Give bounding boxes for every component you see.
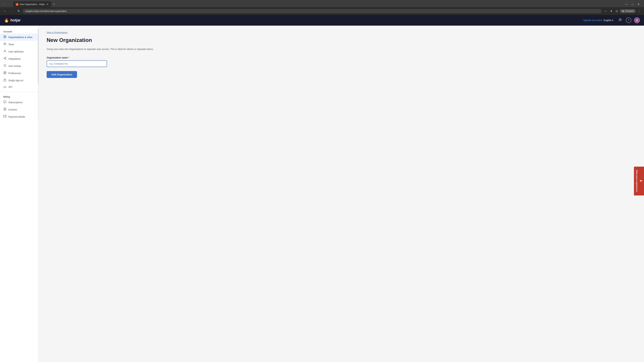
svg-line-12	[4, 58, 5, 59]
svg-rect-18	[4, 101, 6, 103]
user-lookup-icon	[3, 64, 6, 68]
incognito-indicator: 🕵 Incognito	[620, 9, 636, 13]
required-indicator: *	[68, 56, 69, 59]
payment-icon	[3, 115, 6, 119]
split-view-button[interactable]: ⊡	[614, 9, 619, 13]
sidebar-item-subscriptions[interactable]: Subscriptions	[0, 99, 38, 106]
tab-title: New Organization - Hotjar	[20, 3, 45, 5]
help-button[interactable]: ?	[626, 17, 631, 23]
svg-point-8	[4, 50, 5, 51]
svg-rect-3	[4, 35, 4, 36]
rate-icon: ✏	[640, 179, 642, 183]
svg-rect-4	[5, 35, 6, 36]
upgrade-link[interactable]: Upgrade your plans	[583, 19, 602, 21]
close-window-button[interactable]: ✕	[636, 2, 641, 6]
sidebar-item-api[interactable]: </> API	[0, 84, 38, 90]
rate-experience-panel[interactable]: ✏ Rate your experience	[634, 167, 644, 195]
sidebar-item-label: Single sign-on	[8, 79, 23, 82]
sidebar-item-label: Subscriptions	[8, 101, 22, 104]
page-description: Group your sites into Organizations to s…	[46, 47, 636, 51]
address-bar-input[interactable]	[23, 9, 602, 13]
back-nav-button[interactable]: ←	[2, 9, 8, 13]
svg-point-9	[5, 57, 6, 58]
sidebar-item-label: Integrations	[8, 57, 21, 60]
logo-text: hotjar	[10, 18, 21, 22]
maximize-button[interactable]: □	[630, 2, 635, 6]
sidebar-item-user-attributes[interactable]: User attributes	[0, 48, 38, 55]
new-tab-button[interactable]: +	[52, 2, 56, 7]
svg-point-14	[4, 64, 6, 66]
incognito-icon: 🕵	[622, 10, 624, 12]
avatar[interactable]: U	[634, 17, 640, 23]
sidebar-item-label: API	[8, 86, 12, 88]
logo-icon: 🔥	[4, 18, 9, 23]
svg-point-16	[4, 72, 5, 73]
sidebar-item-label: Invoices	[8, 108, 17, 111]
sidebar-item-preferences[interactable]: Preferences	[0, 69, 38, 77]
invoices-icon	[3, 108, 6, 111]
user-attributes-icon	[3, 50, 6, 53]
svg-line-13	[4, 58, 5, 58]
svg-rect-17	[4, 80, 6, 81]
active-tab[interactable]: New Organization - Hotjar ✕	[13, 1, 51, 7]
page-content: Sites & Organizations New Organization G…	[38, 26, 644, 362]
chevron-down-icon: ▾	[612, 19, 613, 22]
new-organization-form: Organization name * Add Organization	[46, 56, 107, 78]
sidebar-item-label: Team	[8, 43, 14, 46]
sso-icon	[3, 78, 6, 82]
organizations-icon	[3, 35, 6, 39]
close-tab-button[interactable]: ✕	[46, 3, 48, 6]
api-icon: </>	[3, 86, 6, 88]
sidebar-item-label: Preferences	[8, 72, 21, 75]
invite-users-button[interactable]	[618, 17, 623, 23]
tab-favicon	[16, 3, 18, 6]
top-navbar: 🔥 hotjar Upgrade your plans English ▾ ? …	[0, 15, 644, 26]
svg-point-7	[4, 43, 5, 44]
team-icon	[3, 42, 6, 46]
integrations-icon	[3, 57, 6, 61]
svg-rect-6	[5, 37, 6, 38]
sidebar-item-integrations[interactable]: Integrations	[0, 55, 38, 62]
organization-name-input[interactable]	[46, 60, 107, 67]
sidebar-item-team[interactable]: Team	[0, 41, 38, 48]
preferences-icon	[3, 71, 6, 75]
forward-button[interactable]: →	[7, 2, 12, 6]
refresh-button[interactable]: ↻	[16, 8, 21, 13]
add-organization-button[interactable]: Add Organization	[46, 71, 77, 78]
account-section-label: Account	[0, 29, 38, 33]
minimize-button[interactable]: —	[623, 2, 630, 6]
page-title: New Organization	[46, 37, 636, 43]
logo: 🔥 hotjar	[4, 18, 580, 23]
billing-section-label: Billing	[0, 94, 38, 99]
svg-point-10	[4, 58, 4, 59]
rate-label: Rate your experience	[636, 170, 638, 192]
sidebar-item-label: Payment details	[8, 115, 25, 118]
language-label: English	[604, 19, 611, 22]
subscriptions-icon	[3, 100, 6, 104]
svg-point-0	[619, 18, 620, 19]
svg-rect-23	[4, 115, 6, 117]
back-button[interactable]: ←	[1, 2, 6, 6]
sidebar-item-user-lookup[interactable]: User lookup	[0, 62, 38, 69]
sidebar-item-organizations-sites[interactable]: Organizations & sites	[0, 33, 38, 41]
sidebar-item-single-sign-on[interactable]: Single sign-on	[0, 77, 38, 84]
sidebar-item-label: Organizations & sites	[8, 36, 32, 38]
browser-menu-button[interactable]: ⋮	[636, 8, 642, 13]
sidebar-item-label: User attributes	[8, 50, 24, 53]
bookmark-button[interactable]: ☆	[603, 9, 608, 13]
org-name-label: Organization name *	[46, 56, 107, 59]
svg-line-15	[5, 66, 6, 66]
sidebar-divider	[0, 92, 38, 92]
breadcrumb[interactable]: Sites & Organizations	[46, 31, 68, 34]
language-selector[interactable]: English ▾	[602, 18, 615, 23]
svg-point-11	[5, 59, 6, 60]
sidebar: Account Organizations & sites	[0, 26, 38, 362]
svg-rect-5	[4, 37, 4, 38]
forward-nav-button[interactable]: →	[9, 9, 15, 13]
download-button[interactable]: ⬇	[609, 9, 614, 13]
sidebar-item-payment-details[interactable]: Payment details	[0, 113, 38, 120]
sidebar-item-label: User lookup	[8, 65, 21, 67]
sidebar-item-invoices[interactable]: Invoices	[0, 106, 38, 113]
